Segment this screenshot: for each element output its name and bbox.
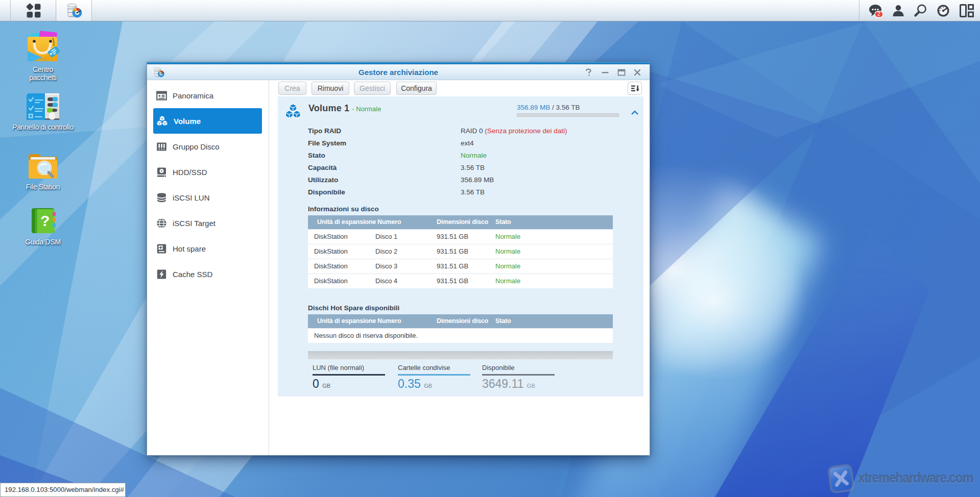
svg-text:2: 2 (877, 11, 880, 17)
svg-text:?: ? (40, 212, 50, 229)
